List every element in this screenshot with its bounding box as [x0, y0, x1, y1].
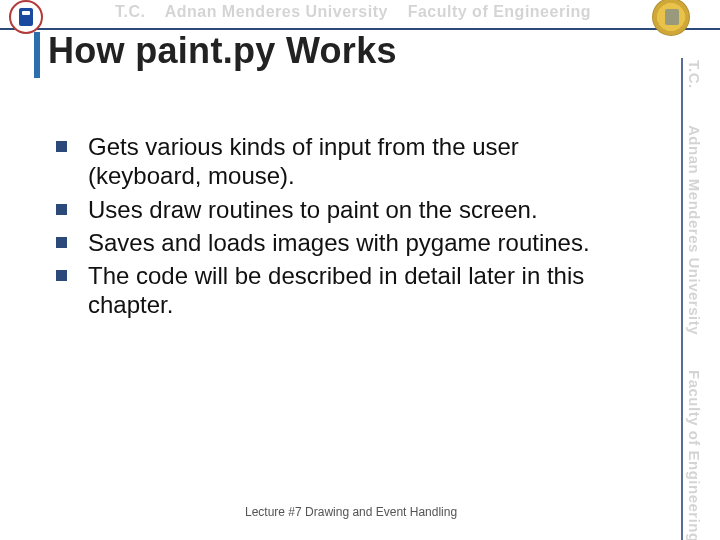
list-item: Uses draw routines to paint on the scree… [56, 195, 636, 224]
side-university: Adnan Menderes University [686, 125, 703, 335]
list-item: The code will be described in detail lat… [56, 261, 636, 320]
header-university: Adnan Menderes University [165, 3, 388, 20]
list-item: Gets various kinds of input from the use… [56, 132, 636, 191]
header-faculty: Faculty of Engineering [408, 3, 591, 20]
side-tc: T.C. [686, 60, 703, 89]
engineering-seal-icon [652, 0, 690, 36]
title-accent [34, 32, 40, 78]
side-watermark: T.C. Adnan Menderes University Faculty o… [678, 40, 720, 520]
university-seal-icon [9, 0, 43, 34]
footer-text: Lecture #7 Drawing and Event Handling [245, 505, 465, 520]
side-divider [681, 58, 683, 540]
side-faculty: Faculty of Engineering [686, 370, 703, 540]
header-tc: T.C. [115, 3, 145, 20]
list-item: Saves and loads images with pygame routi… [56, 228, 636, 257]
header-band: T.C. Adnan Menderes University Faculty o… [0, 0, 720, 30]
page-title: How paint.py Works [48, 30, 397, 72]
bullet-list: Gets various kinds of input from the use… [56, 132, 636, 324]
slide: T.C. Adnan Menderes University Faculty o… [0, 0, 720, 540]
header-text: T.C. Adnan Menderes University Faculty o… [115, 3, 591, 21]
